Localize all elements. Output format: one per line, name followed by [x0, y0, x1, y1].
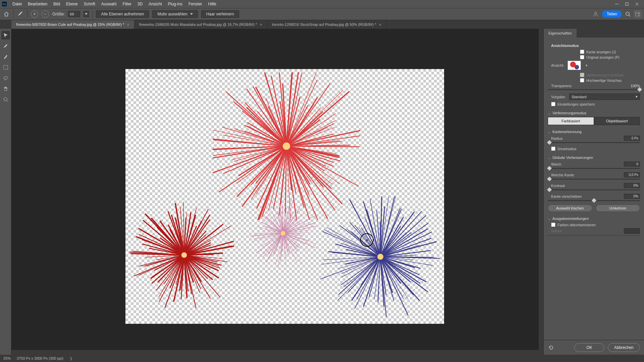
document-info[interactable]: 3750 Px x 3000 Px (300 ppi) [17, 356, 63, 360]
view-dropdown-icon[interactable]: ▾ [584, 63, 589, 68]
workspace-icon[interactable] [634, 10, 641, 18]
window-minimize-icon[interactable] [612, 0, 622, 8]
remember-settings-checkbox[interactable]: Einstellungen speichern [551, 102, 640, 106]
shift-edge-value[interactable]: 0% [624, 194, 640, 199]
lasso-tool-icon[interactable] [1, 74, 10, 82]
global-refine-section[interactable]: ⌄Globale Verbesserungen [548, 156, 640, 160]
tab-document-1[interactable]: fireworks-5007820 Briam Cute auf Pixabay… [11, 20, 135, 29]
menu-file[interactable]: Datei [9, 0, 25, 8]
window-close-icon[interactable] [632, 0, 642, 8]
add-mode-icon[interactable]: + [31, 10, 38, 18]
show-edge-label: Kante anzeigen (J) [586, 50, 616, 54]
menu-image[interactable]: Bild [50, 0, 63, 8]
menu-type[interactable]: Schrift [81, 0, 98, 8]
cancel-button[interactable]: Abbrechen [608, 343, 640, 352]
svg-line-6 [629, 15, 630, 16]
brush-size-input[interactable] [68, 11, 80, 17]
strength-label: Stärke [551, 229, 621, 233]
feather-label: Weiche Kante [551, 173, 621, 177]
feather-slider[interactable] [548, 179, 640, 180]
preset-dropdown[interactable]: Standard▾ [569, 94, 640, 100]
svg-point-286 [181, 252, 187, 258]
refine-mode-section[interactable]: ⌄Verfeinerungsmodus [548, 111, 640, 115]
status-bar: 25% 3750 Px x 3000 Px (300 ppi) ❯ [0, 355, 644, 362]
vertical-scrollbar[interactable] [539, 29, 543, 355]
brush-tool-icon[interactable] [1, 52, 10, 61]
show-original-checkbox[interactable]: Original anzeigen (P) [580, 55, 640, 59]
tab-document-3[interactable]: toronto-1298016 StockSnap auf Pixabay.jp… [267, 20, 386, 29]
contrast-slider[interactable] [548, 189, 640, 190]
decontaminate-checkbox[interactable]: Farben dekontaminieren [551, 223, 640, 227]
transparency-value[interactable]: 100% [620, 84, 640, 88]
svg-point-5 [626, 12, 629, 15]
zoom-tool-icon[interactable] [1, 95, 10, 104]
output-section[interactable]: ⌄Ausgabeeinstellungen [548, 217, 640, 221]
radius-slider[interactable] [548, 142, 640, 143]
ok-button[interactable]: OK [574, 343, 604, 352]
view-thumbnail[interactable] [568, 61, 581, 70]
invert-button[interactable]: Umkehren [596, 204, 640, 212]
close-icon[interactable]: × [260, 22, 262, 27]
svg-rect-10 [4, 65, 8, 69]
size-dropdown-icon[interactable] [84, 11, 89, 17]
feather-value[interactable]: 0,0 Px [624, 172, 640, 177]
clear-selection-button[interactable]: Auswahl löschen [548, 204, 592, 212]
horizontal-scrollbar[interactable] [11, 350, 539, 355]
subtract-mode-icon[interactable]: − [42, 10, 49, 18]
document-canvas[interactable]: + [125, 69, 444, 324]
tab-label: toronto-1298016 StockSnap auf Pixabay.jp… [272, 22, 376, 26]
zoom-level[interactable]: 25% [3, 356, 11, 360]
panel-tab-properties[interactable]: Eigenschaften [544, 29, 577, 38]
reset-icon[interactable] [548, 344, 554, 351]
tool-sidebar [0, 29, 11, 355]
svg-line-13 [7, 101, 8, 102]
brush-tool-icon[interactable] [17, 11, 24, 17]
show-edge-checkbox[interactable]: Kante anzeigen (J) [580, 50, 640, 54]
hand-tool-icon[interactable] [1, 84, 10, 93]
close-icon[interactable]: × [127, 22, 129, 27]
radius-value[interactable]: 0 Px [624, 136, 640, 141]
svg-line-296 [380, 257, 428, 292]
object-aware-button[interactable]: Objektbasiert [594, 117, 640, 125]
tab-document-2[interactable]: fireworks-1586035 Muto Masataka auf Pixa… [135, 20, 267, 29]
menu-window[interactable]: Fenster [185, 0, 205, 8]
sample-all-layers-button[interactable]: Alle Ebenen aufnehmen [96, 10, 149, 18]
shift-edge-slider[interactable] [548, 200, 640, 201]
smooth-slider[interactable] [548, 168, 640, 169]
edge-detect-label: Kantenerkennung [552, 130, 582, 134]
contrast-value[interactable]: 0% [624, 183, 640, 188]
select-subject-button[interactable]: Motiv auswählen [152, 10, 198, 18]
hq-preview-checkbox[interactable]: Hochwertige Vorschau [580, 78, 640, 82]
svg-point-124 [283, 142, 290, 150]
smooth-value[interactable]: 0 [624, 162, 640, 167]
edge-detect-section[interactable]: ⌄Kantenerkennung [548, 130, 640, 134]
quick-select-tool-icon[interactable] [1, 31, 10, 40]
refine-hair-button[interactable]: Haar verfeinern [201, 10, 239, 18]
size-label: Größe: [52, 12, 65, 16]
user-icon[interactable] [593, 11, 599, 17]
transparency-slider[interactable] [548, 89, 640, 90]
object-select-tool-icon[interactable] [1, 63, 10, 72]
search-icon[interactable] [625, 11, 631, 17]
menu-filter[interactable]: Filter [119, 0, 135, 8]
home-icon[interactable] [3, 10, 10, 18]
menu-select[interactable]: Auswahl [98, 0, 119, 8]
share-button[interactable]: Teilen [602, 10, 622, 18]
smart-radius-checkbox[interactable]: Smartradius [551, 146, 640, 151]
chevron-right-icon[interactable]: ❯ [69, 356, 72, 361]
menu-help[interactable]: Hilfe [205, 0, 219, 8]
chevron-down-icon [190, 13, 193, 15]
window-maximize-icon[interactable] [622, 0, 632, 8]
canvas-area[interactable]: + [11, 29, 543, 355]
svg-point-195 [281, 231, 285, 236]
tab-label: fireworks-1586035 Muto Masataka auf Pixa… [139, 22, 257, 26]
menu-layer[interactable]: Ebene [63, 0, 81, 8]
menu-3d[interactable]: 3D [135, 0, 146, 8]
menu-edit[interactable]: Bearbeiten [25, 0, 50, 8]
close-icon[interactable]: × [379, 22, 381, 27]
color-aware-button[interactable]: Farbbasiert [548, 117, 594, 125]
strength-value [624, 228, 640, 234]
refine-brush-tool-icon[interactable] [1, 42, 10, 50]
menu-view[interactable]: Ansicht [146, 0, 165, 8]
menu-plugins[interactable]: Plug-ins [165, 0, 185, 8]
